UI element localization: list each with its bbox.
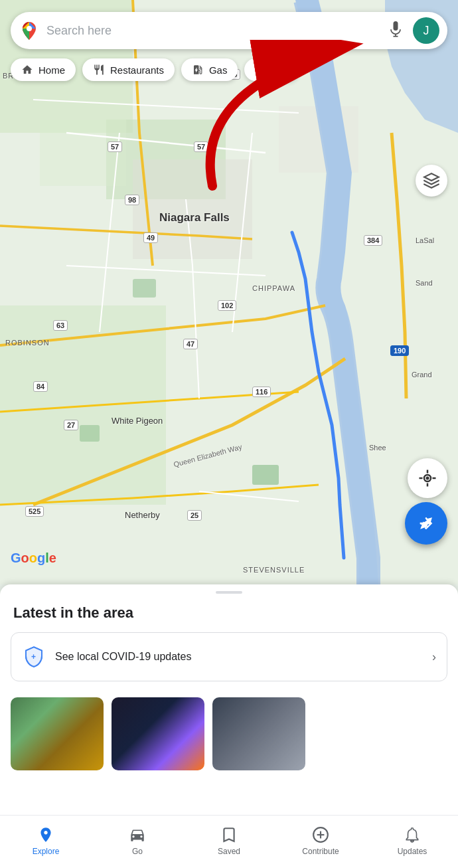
city-label-netherby: Netherby [125,510,160,520]
pill-gas[interactable]: Gas [181,58,238,81]
svg-rect-4 [40,120,126,186]
layers-button[interactable] [416,165,447,197]
google-maps-logo [19,20,40,41]
road-badge-57a: 57 [108,141,122,152]
pill-gas-label: Gas [209,64,228,76]
pill-home[interactable]: Home [11,58,76,81]
svg-rect-9 [133,279,156,298]
city-label-niagara: Niagara Falls [159,211,230,224]
nav-item-explore[interactable]: Explore [0,825,92,859]
area-label-stevensville: STEVENSVILLE [243,566,305,574]
nav-item-saved[interactable]: Saved [183,825,275,859]
search-bar[interactable]: Search here J [11,12,447,49]
category-pills: Home Restaurants Gas Gro [11,58,299,81]
road-badge-102: 102 [218,300,236,311]
pill-restaurants-label: Restaurants [110,64,164,76]
location-button[interactable] [408,458,447,498]
road-badge-525: 525 [25,506,44,517]
user-avatar[interactable]: J [413,17,439,44]
road-badge-190: 190 [390,345,409,356]
svg-rect-8 [80,425,100,442]
covid-card[interactable]: + See local COVID-19 updates › [11,632,447,681]
road-badge-25: 25 [187,510,202,521]
thumbnail-1[interactable] [11,697,104,770]
google-logo: Google [11,550,57,568]
covid-chevron-icon: › [432,650,436,664]
navigate-button[interactable] [405,502,447,545]
thumbnail-row [0,687,458,770]
nav-item-go[interactable]: Go [92,825,183,859]
area-label-lasal: LaSal [416,236,434,244]
svg-rect-3 [0,305,166,505]
area-label-chippawa: CHIPPAWA [252,284,295,292]
nav-item-updates[interactable]: Updates [366,825,458,859]
thumbnail-3[interactable] [212,697,305,770]
pill-groceries[interactable]: Gro [244,58,299,81]
nav-label-contribute: Contribute [302,847,339,856]
area-label-shee: Shee [369,444,386,452]
road-badge-98: 98 [125,195,139,205]
cart-icon [255,64,267,76]
pill-groceries-label: Gro [272,64,289,76]
explore-icon [37,825,55,844]
covid-shield-icon: + [22,645,46,669]
area-label-sand: Sand [416,279,433,287]
nav-label-updates: Updates [398,847,427,856]
sheet-title: Latest in the area [0,594,458,627]
mic-icon[interactable] [384,19,408,43]
road-badge-384: 384 [364,235,382,246]
area-label-grand: Grand [412,371,432,379]
city-label-white-pigeon: White Pigeon [112,416,163,426]
svg-point-19 [27,26,32,31]
road-badge-63: 63 [53,320,68,331]
search-placeholder: Search here [46,24,384,38]
area-label-robinson: ROBINSON [5,339,50,347]
nav-label-go: Go [132,847,143,856]
road-badge-49: 49 [143,232,158,243]
updates-icon [403,825,421,844]
restaurant-icon [93,64,105,76]
map-container[interactable]: Niagara Falls White Pigeon Netherby CHIP… [0,0,458,584]
svg-rect-7 [252,465,279,485]
home-icon [21,64,33,76]
pill-restaurants[interactable]: Restaurants [82,58,175,81]
gas-icon [192,64,204,76]
contribute-icon [311,825,330,844]
svg-text:+: + [31,652,36,661]
svg-rect-20 [394,21,398,31]
svg-point-16 [426,477,429,480]
road-badge-47: 47 [183,339,198,349]
covid-card-text: See local COVID-19 updates [55,651,423,663]
thumbnail-2[interactable] [112,697,204,770]
nav-item-contribute[interactable]: Contribute [275,825,366,859]
road-badge-84: 84 [33,381,48,392]
go-icon [128,825,147,844]
saved-icon [220,825,238,844]
road-badge-27: 27 [64,420,78,430]
map-svg [0,0,458,584]
road-badge-57b: 57 [194,141,208,152]
pill-home-label: Home [38,64,65,76]
bottom-nav: Explore Go Saved Contribute [0,815,458,868]
svg-text:Google: Google [11,551,56,565]
road-badge-116: 116 [252,387,271,397]
nav-label-explore: Explore [33,847,60,856]
nav-label-saved: Saved [218,847,240,856]
